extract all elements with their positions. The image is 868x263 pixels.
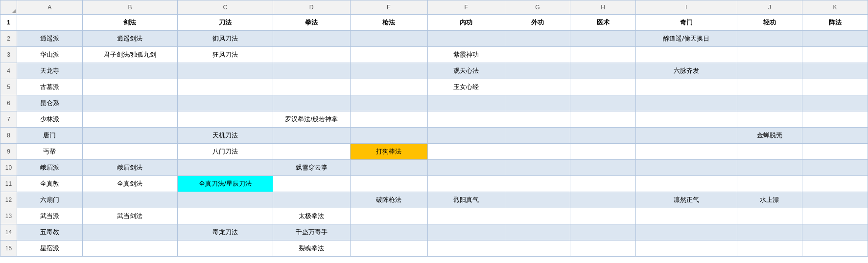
col-header-a[interactable]: A: [17, 0, 83, 15]
cell-C12[interactable]: [178, 192, 273, 208]
cell-A3[interactable]: 华山派: [17, 47, 83, 63]
cell-E12[interactable]: 破阵枪法: [350, 192, 427, 208]
cell-c1[interactable]: 刀法: [178, 15, 273, 31]
cell-J5[interactable]: [737, 79, 802, 95]
cell-B9[interactable]: [82, 144, 177, 160]
cell-J13[interactable]: [737, 208, 802, 224]
cell-H9[interactable]: [570, 144, 636, 160]
cell-B2[interactable]: 逍遥剑法: [82, 31, 177, 47]
cell-E4[interactable]: [350, 63, 427, 79]
cell-H5[interactable]: [570, 79, 636, 95]
cell-D13[interactable]: 太极拳法: [273, 208, 350, 224]
cell-D11[interactable]: [273, 176, 350, 192]
cell-H12[interactable]: [570, 192, 636, 208]
cell-I6[interactable]: [635, 95, 737, 111]
col-header-k[interactable]: K: [802, 0, 868, 15]
cell-D5[interactable]: [273, 79, 350, 95]
cell-J12[interactable]: 水上漂: [737, 192, 802, 208]
cell-A10[interactable]: 峨眉派: [17, 160, 83, 176]
cell-j1[interactable]: 轻功: [737, 15, 802, 31]
cell-B10[interactable]: 峨眉剑法: [82, 160, 177, 176]
cell-H15[interactable]: [570, 241, 636, 257]
cell-h1[interactable]: 医术: [570, 15, 636, 31]
col-header-j[interactable]: J: [737, 0, 802, 15]
cell-D8[interactable]: [273, 128, 350, 144]
cell-C5[interactable]: [178, 79, 273, 95]
cell-E5[interactable]: [350, 79, 427, 95]
cell-F12[interactable]: 烈阳真气: [427, 192, 505, 208]
cell-C13[interactable]: [178, 208, 273, 224]
cell-F4[interactable]: 观天心法: [427, 63, 505, 79]
cell-g1[interactable]: 外功: [505, 15, 570, 31]
col-header-d[interactable]: D: [273, 0, 350, 15]
cell-G12[interactable]: [505, 192, 570, 208]
cell-f1[interactable]: 内功: [427, 15, 505, 31]
col-header-c[interactable]: C: [178, 0, 273, 15]
cell-C15[interactable]: [178, 241, 273, 257]
cell-K5[interactable]: [802, 79, 868, 95]
cell-G15[interactable]: [505, 241, 570, 257]
cell-G5[interactable]: [505, 79, 570, 95]
cell-J14[interactable]: [737, 224, 802, 241]
cell-B11[interactable]: 全真剑法: [82, 176, 177, 192]
cell-I10[interactable]: [635, 160, 737, 176]
cell-e1[interactable]: 枪法: [350, 15, 427, 31]
cell-K12[interactable]: [802, 192, 868, 208]
cell-D10[interactable]: 飘雪穿云掌: [273, 160, 350, 176]
cell-E2[interactable]: [350, 31, 427, 47]
cell-F7[interactable]: [427, 111, 505, 128]
cell-E7[interactable]: [350, 111, 427, 128]
cell-K10[interactable]: [802, 160, 868, 176]
cell-a1[interactable]: 极限（30）: [17, 15, 83, 31]
cell-J15[interactable]: [737, 241, 802, 257]
cell-i1[interactable]: 奇门: [635, 15, 737, 31]
cell-E14[interactable]: [350, 224, 427, 241]
cell-E3[interactable]: [350, 47, 427, 63]
cell-J9[interactable]: [737, 144, 802, 160]
cell-I5[interactable]: [635, 79, 737, 95]
cell-B6[interactable]: [82, 95, 177, 111]
cell-H2[interactable]: [570, 31, 636, 47]
cell-H3[interactable]: [570, 47, 636, 63]
cell-F6[interactable]: [427, 95, 505, 111]
cell-K15[interactable]: [802, 241, 868, 257]
cell-D7[interactable]: 罗汉拳法/般若神掌: [273, 111, 350, 128]
cell-E9[interactable]: 打狗棒法: [350, 144, 427, 160]
cell-K6[interactable]: [802, 95, 868, 111]
cell-I13[interactable]: [635, 208, 737, 224]
cell-J6[interactable]: [737, 95, 802, 111]
cell-B5[interactable]: [82, 79, 177, 95]
cell-J4[interactable]: [737, 63, 802, 79]
cell-D6[interactable]: [273, 95, 350, 111]
cell-B8[interactable]: [82, 128, 177, 144]
col-header-f[interactable]: F: [427, 0, 505, 15]
cell-F11[interactable]: [427, 176, 505, 192]
cell-D3[interactable]: [273, 47, 350, 63]
cell-C11[interactable]: 全真刀法/星辰刀法: [178, 176, 273, 192]
cell-D9[interactable]: [273, 144, 350, 160]
cell-K13[interactable]: [802, 208, 868, 224]
cell-E15[interactable]: [350, 241, 427, 257]
cell-G6[interactable]: [505, 95, 570, 111]
cell-k1[interactable]: 阵法: [802, 15, 868, 31]
cell-F9[interactable]: [427, 144, 505, 160]
cell-D14[interactable]: 千蛊万毒手: [273, 224, 350, 241]
cell-J11[interactable]: [737, 176, 802, 192]
cell-F13[interactable]: [427, 208, 505, 224]
cell-G2[interactable]: [505, 31, 570, 47]
cell-F14[interactable]: [427, 224, 505, 241]
cell-B4[interactable]: [82, 63, 177, 79]
cell-I9[interactable]: [635, 144, 737, 160]
cell-G8[interactable]: [505, 128, 570, 144]
cell-K7[interactable]: [802, 111, 868, 128]
cell-H4[interactable]: [570, 63, 636, 79]
cell-J3[interactable]: [737, 47, 802, 63]
col-header-e[interactable]: E: [350, 0, 427, 15]
cell-F15[interactable]: [427, 241, 505, 257]
cell-G4[interactable]: [505, 63, 570, 79]
cell-I8[interactable]: [635, 128, 737, 144]
cell-A14[interactable]: 五毒教: [17, 224, 83, 241]
cell-F2[interactable]: [427, 31, 505, 47]
cell-K14[interactable]: [802, 224, 868, 241]
cell-b1[interactable]: 剑法: [82, 15, 177, 31]
